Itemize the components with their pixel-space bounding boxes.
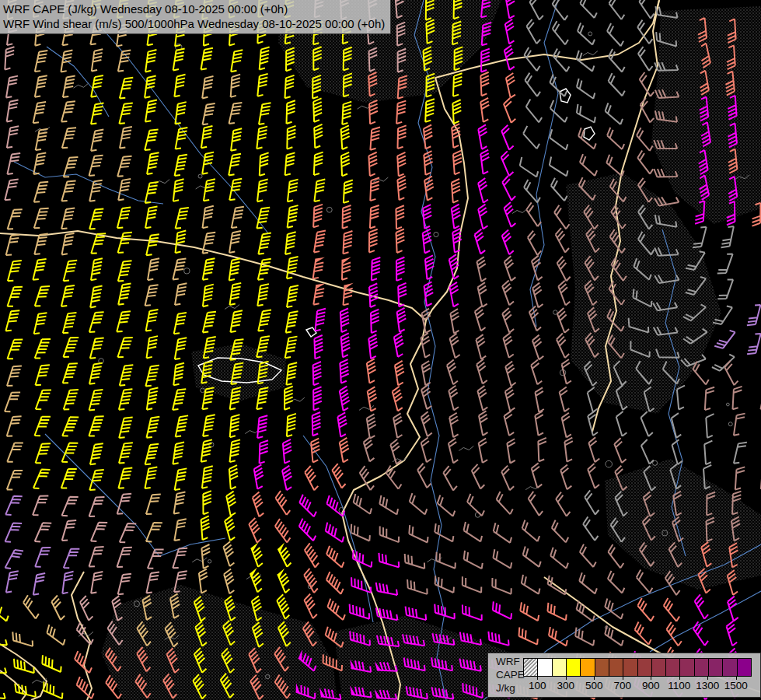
colorbar-cell-6 (609, 659, 623, 676)
colorbar-cell-4 (581, 659, 595, 676)
colorbar-tick-label: 700 (613, 680, 631, 691)
legend-label-unit: J/kg (496, 681, 525, 695)
colorbar-tick-label: 900 (642, 680, 660, 691)
colorbar-cell-1 (538, 659, 552, 676)
colorbar-cell-14 (723, 659, 737, 676)
legend-label-variable: CAPE (496, 668, 525, 681)
weather-map-stage: WRF CAPE (J/kg) Wednesday 08-10-2025 00:… (0, 0, 761, 700)
map-canvas (0, 0, 761, 700)
colorbar-cell-5 (595, 659, 609, 676)
colorbar-cell-10 (666, 659, 680, 676)
map-title-line1: WRF CAPE (J/kg) Wednesday 08-10-2025 00:… (3, 2, 385, 16)
cape-colorbar (523, 658, 752, 677)
map-title-line2: WRF Wind shear (m/s) 500/1000hPa Wednesd… (3, 16, 385, 31)
colorbar-cell-3 (567, 659, 581, 676)
colorbar-tick-label: 1300 (696, 680, 719, 691)
colorbar-cell-13 (709, 659, 723, 676)
colorbar-cell-12 (695, 659, 709, 676)
colorbar-cell-9 (652, 659, 666, 676)
colorbar-cell-0 (524, 659, 538, 676)
colorbar-cell-8 (638, 659, 652, 676)
colorbar-tick-label: 500 (585, 680, 603, 691)
colorbar-tick-label: 1500 (724, 680, 748, 691)
colorbar-cell-7 (623, 659, 637, 676)
legend-label: WRF CAPE J/kg (496, 655, 525, 695)
colorbar-cell-2 (553, 659, 567, 676)
title-overlay: WRF CAPE (J/kg) Wednesday 08-10-2025 00:… (0, 0, 391, 34)
colorbar-tick-label: 1100 (668, 680, 690, 691)
colorbar-tick-label: 300 (557, 680, 574, 691)
colorbar-cell-11 (680, 659, 694, 676)
colorbar-tick-label: 100 (529, 680, 546, 691)
legend-label-model: WRF (496, 655, 525, 668)
colorbar-cell-15 (738, 659, 751, 676)
cape-legend: WRF CAPE J/kg 10030050070090011001300150… (487, 653, 761, 698)
